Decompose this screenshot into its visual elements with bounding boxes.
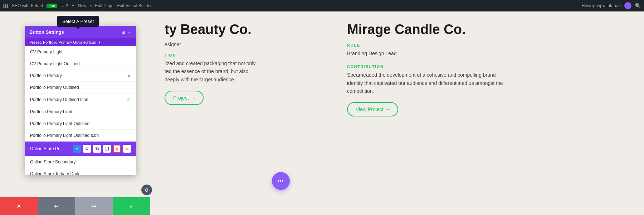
preset-item-portfolio-primary-outlined[interactable]: Portfolio Primary Outlined <box>25 82 136 94</box>
active-item-icons: ✏ ⚙ ⧉ ❐ 🗑 ★ <box>73 145 131 153</box>
preset-list: CV Primary Light CV Primary Light Outlin… <box>25 46 136 175</box>
main-content: Select A Preset Button Settings ⊞ ⋯ Pres… <box>0 11 644 215</box>
fab-button[interactable]: ••• <box>272 172 290 190</box>
preset-label-portfolio-primary-outlined-icon: Portfolio Primary Outlined Icon <box>30 97 88 102</box>
panel-icons: ⊞ ⋯ <box>122 30 132 35</box>
cancel-button[interactable]: ✕ <box>0 197 38 215</box>
preset-label-portfolio-primary-light-outlined-icon: Portfolio Primary Light Outlined Icon <box>30 133 99 138</box>
card1-section-label: TION <box>165 53 326 57</box>
delete-preset-icon[interactable]: 🗑 <box>113 145 121 153</box>
admin-bar-right: Howdy, wpwithfahad 🔍 <box>582 2 641 9</box>
duplicate-preset-icon[interactable]: ⧉ <box>93 145 101 153</box>
exit-visual-builder-link[interactable]: Exit Visual Builder <box>117 3 152 8</box>
settings-preset-icon[interactable]: ⚙ <box>83 145 91 153</box>
right-content: ty Beauty Co. esigner TION lized and cre… <box>150 11 644 215</box>
edit-preset-icon[interactable]: ✏ <box>73 145 81 153</box>
bottom-bar: ✕ ↩ ↪ ✓ <box>0 197 150 215</box>
card2-role-label: ROLE <box>347 43 508 47</box>
panel-title: Button Settings <box>29 29 64 35</box>
preset-item-cv-primary-light-outlined[interactable]: CV Primary Light Outlined <box>25 58 136 70</box>
dropdown-arrow: ▼ <box>98 40 101 44</box>
panel-header: Button Settings ⊞ ⋯ <box>25 26 136 38</box>
preset-label-online-store-secondary: Online Store Secondary <box>30 159 75 164</box>
redo-icon: ↪ <box>92 203 96 210</box>
preset-item-online-store-tertiary-dark[interactable]: Online Store Tertiary Dark <box>25 168 136 175</box>
admin-bar: ⊞ SEO with Fahad Live 🗨 2 + New ✏ Edit P… <box>0 0 644 11</box>
card2-contribution-label: CONTRIBUTION <box>347 64 508 69</box>
preset-label-online-store-pri: Online Store Pri... <box>30 146 71 151</box>
preset-item-portfolio-primary[interactable]: Portfolio Primary ★ <box>25 70 136 82</box>
card1-section-text: lized and created packaging that not onl… <box>165 59 326 83</box>
comment-icon: 🗨 <box>60 3 65 8</box>
wordpress-icon[interactable]: ⊞ <box>3 2 8 10</box>
card2-role-text: Branding Design Lead <box>347 49 508 57</box>
check-icon: ✓ <box>127 97 131 102</box>
project-card-2: Mirage Candle Co. ROLE Branding Design L… <box>347 22 508 116</box>
tool-icon: ⚙ <box>145 187 149 193</box>
preset-label-portfolio-primary: Portfolio Primary <box>30 73 62 78</box>
undo-button[interactable]: ↩ <box>38 197 75 215</box>
card1-title: ty Beauty Co. <box>165 22 326 37</box>
live-badge: Live <box>47 4 57 8</box>
search-icon[interactable]: 🔍 <box>635 3 641 9</box>
preset-item-portfolio-primary-outlined-icon[interactable]: Portfolio Primary Outlined Icon ✓ <box>25 94 136 106</box>
card2-view-project-button[interactable]: View Project → <box>347 102 398 116</box>
redo-button[interactable]: ↪ <box>75 197 113 215</box>
confirm-icon: ✓ <box>129 203 134 210</box>
pencil-icon: ✏ <box>90 3 93 8</box>
preset-label-portfolio-primary-light-outlined: Portfolio Primary Light Outlined <box>30 121 89 126</box>
preset-label-cv-primary-light: CV Primary Light <box>30 49 63 54</box>
project-card-1: ty Beauty Co. esigner TION lized and cre… <box>165 22 326 105</box>
preset-tooltip: Select A Preset <box>57 16 99 27</box>
card2-contribution-text: Spearheaded the development of a cohesiv… <box>347 71 508 95</box>
preset-label-online-store-tertiary-dark: Online Store Tertiary Dark <box>30 171 79 175</box>
star-preset-icon[interactable]: ★ <box>123 145 131 153</box>
more-icon[interactable]: ⋯ <box>127 30 132 35</box>
preset-label: Preset: Portfolio Primary Outlined Icon <box>29 40 96 44</box>
tooltip-text: Select A Preset <box>62 19 94 24</box>
tool-circle[interactable]: ⚙ <box>141 185 152 195</box>
avatar <box>624 2 631 9</box>
preset-item-online-store-secondary[interactable]: Online Store Secondary <box>25 156 136 168</box>
card1-view-project-button[interactable]: Project → <box>165 91 204 105</box>
copy-preset-icon[interactable]: ❐ <box>103 145 111 153</box>
card2-title: Mirage Candle Co. <box>347 22 508 37</box>
site-name: SEO with Fahad <box>12 3 43 8</box>
cancel-icon: ✕ <box>16 203 21 210</box>
preset-label-cv-primary-light-outlined: CV Primary Light Outlined <box>30 61 80 66</box>
preset-label-portfolio-primary-outlined: Portfolio Primary Outlined <box>30 85 79 90</box>
undo-icon: ↩ <box>54 203 59 210</box>
new-button[interactable]: New <box>78 3 86 8</box>
star-icon: ★ <box>127 73 131 78</box>
grid-icon[interactable]: ⊞ <box>122 30 125 35</box>
edit-page-link[interactable]: ✏ Edit Page <box>90 3 113 8</box>
preset-row[interactable]: Preset: Portfolio Primary Outlined Icon … <box>25 38 136 46</box>
preset-item-portfolio-primary-light-outlined[interactable]: Portfolio Primary Light Outlined <box>25 118 136 130</box>
plus-icon: + <box>72 3 74 8</box>
comment-count: 🗨 2 <box>60 3 68 8</box>
preset-label-portfolio-primary-light: Portfolio Primary Light <box>30 109 72 114</box>
preset-item-online-store-pri[interactable]: Online Store Pri... ✏ ⚙ ⧉ ❐ 🗑 ★ <box>25 142 136 156</box>
confirm-button[interactable]: ✓ <box>113 197 150 215</box>
howdy-text: Howdy, wpwithfahad <box>582 3 621 8</box>
button-settings-panel: Button Settings ⊞ ⋯ Preset: Portfolio Pr… <box>25 26 136 175</box>
preset-item-portfolio-primary-light[interactable]: Portfolio Primary Light <box>25 106 136 118</box>
preset-item-cv-primary-light[interactable]: CV Primary Light <box>25 46 136 58</box>
admin-bar-left: ⊞ SEO with Fahad Live 🗨 2 + New ✏ Edit P… <box>3 2 577 10</box>
left-panel: Select A Preset Button Settings ⊞ ⋯ Pres… <box>0 11 150 215</box>
card1-subtitle: esigner <box>165 42 326 47</box>
preset-item-portfolio-primary-light-outlined-icon[interactable]: Portfolio Primary Light Outlined Icon <box>25 130 136 142</box>
fab-icon: ••• <box>278 178 284 184</box>
